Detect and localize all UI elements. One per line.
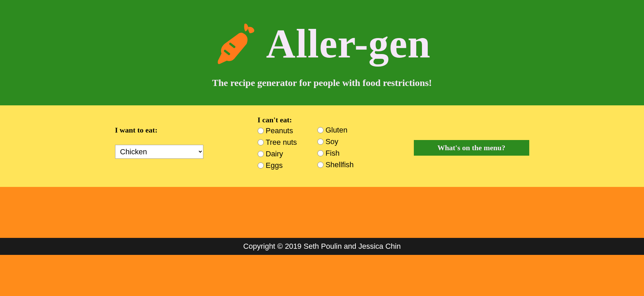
footer: Copyright © 2019 Seth Poulin and Jessica…: [0, 238, 644, 255]
eat-column: I want to eat: Chicken: [115, 116, 241, 170]
radio-fish[interactable]: [317, 150, 324, 156]
radio-item-fish: Fish: [317, 149, 354, 158]
carrot-icon: [214, 22, 258, 66]
radio-peanuts[interactable]: [258, 128, 264, 134]
radio-soy[interactable]: [317, 139, 324, 145]
radio-label[interactable]: Peanuts: [266, 126, 293, 135]
radio-label[interactable]: Soy: [326, 137, 338, 146]
eat-label: I want to eat:: [115, 126, 241, 135]
restrictions-right-column: Gluten Soy Fish Shellfish: [317, 116, 354, 170]
menu-button[interactable]: What's on the menu?: [414, 140, 529, 156]
radio-gluten[interactable]: [317, 127, 324, 133]
header: Aller-gen The recipe generator for peopl…: [0, 0, 644, 105]
restrictions-left-column: I can't eat: Peanuts Tree nuts Dairy: [258, 116, 297, 170]
radio-eggs[interactable]: [258, 162, 264, 169]
button-column: What's on the menu?: [414, 116, 529, 170]
radio-group-left: Peanuts Tree nuts Dairy Eggs: [258, 126, 297, 170]
restrictions-label: I can't eat:: [258, 116, 297, 124]
radio-group-right: Gluten Soy Fish Shellfish: [317, 126, 354, 169]
radio-label[interactable]: Eggs: [266, 161, 283, 170]
form-container: I want to eat: Chicken I can't eat: Pean…: [57, 116, 587, 170]
radio-item-shellfish: Shellfish: [317, 160, 354, 169]
restrictions-column: I can't eat: Peanuts Tree nuts Dairy: [258, 116, 397, 170]
radio-item-peanuts: Peanuts: [258, 126, 297, 135]
radio-item-treenuts: Tree nuts: [258, 138, 297, 147]
radio-shellfish[interactable]: [317, 162, 324, 168]
radio-item-dairy: Dairy: [258, 150, 297, 158]
food-select[interactable]: Chicken: [115, 145, 203, 159]
radio-label[interactable]: Tree nuts: [266, 138, 297, 147]
radio-label[interactable]: Shellfish: [326, 160, 354, 169]
radio-item-soy: Soy: [317, 137, 354, 146]
radio-label[interactable]: Fish: [326, 149, 340, 158]
copyright-text: Copyright © 2019 Seth Poulin and Jessica…: [243, 242, 401, 250]
radio-label[interactable]: Dairy: [266, 150, 283, 158]
app-title: Aller-gen: [266, 20, 430, 67]
results-section: [0, 187, 644, 238]
radio-dairy[interactable]: [258, 151, 264, 157]
radio-treenuts[interactable]: [258, 139, 264, 145]
logo-container: Aller-gen: [0, 20, 644, 67]
radio-item-eggs: Eggs: [258, 161, 297, 170]
tagline: The recipe generator for people with foo…: [0, 77, 644, 88]
radio-label[interactable]: Gluten: [326, 126, 348, 135]
radio-item-gluten: Gluten: [317, 126, 354, 135]
form-section: I want to eat: Chicken I can't eat: Pean…: [0, 105, 644, 187]
